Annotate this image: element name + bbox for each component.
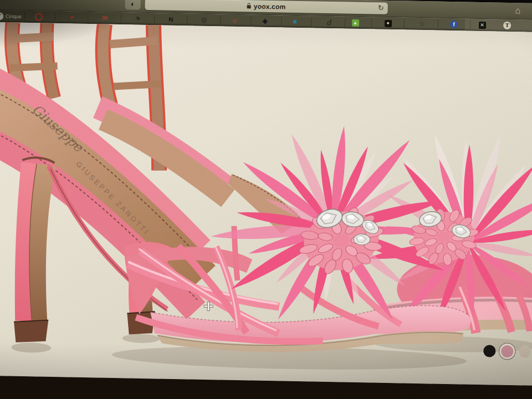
target-bookmark[interactable]: ◎ [192,13,216,26]
compass-bookmark[interactable]: ✦ [376,17,400,30]
left-shoe-heel [13,157,55,343]
address-bar[interactable]: yoox.com ↻ [145,0,387,14]
red-mark-bookmark[interactable]: ▾ [59,11,84,24]
home-icon[interactable]: ⌂ [515,6,520,16]
browser-window: ◐ yoox.com ↻ ⌂ ▾✉✈N◎∪◆■d▲✦☆f✕TTCinque [0,0,532,386]
color-swatch-pink[interactable] [501,345,513,357]
photo-of-laptop-screen: { "browser": { "toolbar": { "shield_glyp… [0,0,532,399]
product-image[interactable]: Giuseppe GIUSEPPE ZANOTTI [0,22,532,386]
privacy-shield-button[interactable]: ◐ [125,0,141,10]
color-swatch-beige[interactable] [519,345,531,357]
lock-icon [247,5,251,8]
badge-bookmark[interactable]: T [503,19,532,32]
n-logo-bookmark[interactable]: N [158,13,183,25]
u-smile-bookmark[interactable]: ∪ [222,14,247,27]
facebook-bookmark[interactable]: f [442,18,466,31]
shield-icon: ◐ [131,0,135,7]
bird-bookmark[interactable]: ✈ [126,12,150,25]
cinque-bookmark[interactable]: TCinque [0,10,21,23]
mail-bookmark[interactable]: ✉ [93,12,117,24]
blue-square-bookmark[interactable]: ■ [283,15,307,28]
url-text: yoox.com [254,2,286,11]
bookmark-label: Cinque [6,13,22,19]
frame-bookmark[interactable]: ✕ [470,19,494,32]
product-photo-art: Giuseppe GIUSEPPE ZANOTTI [0,22,532,386]
photo-bookmark[interactable]: ▲ [343,16,367,29]
color-swatches [483,345,531,358]
reload-icon[interactable]: ↻ [378,4,384,12]
red-ring-bookmark[interactable] [27,11,51,23]
color-swatch-black[interactable] [483,345,495,357]
pin-bookmark[interactable]: ◆ [253,14,277,27]
star-bookmark[interactable]: ☆ [410,18,434,30]
script-bookmark[interactable]: d [316,16,341,29]
